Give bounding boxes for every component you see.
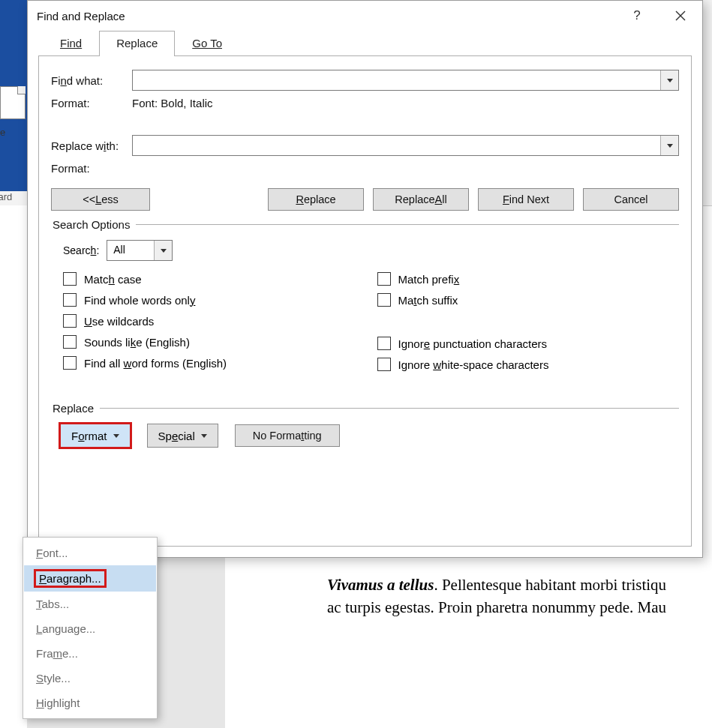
paste-label-fragment: e [0,127,5,138]
checkbox-icon [63,335,77,349]
replace-legend: Replace [51,402,100,415]
replace-format-label: Format: [51,162,132,175]
tab-replace[interactable]: Replace [99,31,175,56]
menu-item-highlight[interactable]: Highlight [24,691,156,715]
search-direction-label: Search: [63,244,99,256]
dialog-titlebar: Find and Replace ? [28,1,702,31]
checkbox-columns: Match case Find whole words only Use wil… [51,268,679,375]
check-match-case[interactable]: Match case [63,268,365,289]
replace-bottom-group: Replace Format Special No Formatting [51,402,679,448]
format-dropdown-menu: Font... Paragraph... Tabs... Language...… [23,537,158,719]
checkbox-icon [63,314,77,328]
check-label: Find whole words only [84,294,195,307]
find-format-label: Format: [51,97,132,109]
find-what-dropdown[interactable] [660,70,678,90]
doc-text-line1: . Pellentesque habitant morbi tristiqu [434,576,666,594]
replace-with-dropdown[interactable] [660,136,678,155]
tab-find-label: Find [60,37,82,49]
special-menu-label: Special [158,430,195,442]
checkbox-icon [63,272,77,286]
check-ignore-punct[interactable]: Ignore punctuation characters [377,333,680,354]
checkbox-icon [377,337,391,350]
doc-text-line2: ac turpis egestas. Proin pharetra nonumm… [327,598,666,616]
find-what-input[interactable] [133,70,660,90]
find-format-row: Format: Font: Bold, Italic [51,97,679,109]
chevron-down-icon [201,434,207,438]
check-wildcards[interactable]: Use wildcards [63,310,365,331]
check-label: Find all word forms (English) [84,357,227,370]
check-match-suffix[interactable]: Match suffix [377,289,680,310]
find-what-row: Find what: [51,70,679,91]
find-what-label: Find what: [51,74,132,87]
no-formatting-button[interactable]: No Formatting [235,424,340,447]
find-replace-dialog: Find and Replace ? Find Replace Go To Fi… [27,0,703,558]
paste-icon [0,86,26,119]
find-what-combo[interactable] [132,70,679,91]
find-next-button[interactable]: Find Next [478,188,574,211]
check-label: Match case [84,273,142,286]
check-ignore-whitespace[interactable]: Ignore white-space characters [377,354,680,375]
replace-with-combo[interactable] [132,135,679,156]
menu-item-style[interactable]: Style... [24,666,156,691]
chevron-down-icon [667,79,673,82]
replace-format-row: Format: [51,162,679,175]
chevron-down-icon [161,249,167,253]
dialog-tabs: Find Replace Go To [28,31,702,56]
format-menu-label: Format [71,430,107,442]
clipboard-group-label: board [0,191,12,202]
checkbox-icon [63,356,77,370]
menu-item-tabs[interactable]: Tabs... [24,592,156,616]
check-label: Use wildcards [84,315,154,328]
main-button-row: << Less Replace Replace All Find Next Ca… [51,188,679,211]
cancel-button[interactable]: Cancel [583,188,679,211]
dialog-panel: Find what: Format: Font: Bold, Italic Re… [38,56,692,547]
check-label: Ignore white-space characters [398,358,549,371]
search-direction-dropdown[interactable] [154,241,172,260]
menu-item-frame[interactable]: Frame... [24,641,156,666]
replace-with-row: Replace with: [51,135,679,156]
search-direction-value: All [107,241,154,260]
search-direction-combo[interactable]: All [107,240,173,261]
checkbox-icon [63,293,77,307]
search-options-group: Search Options Search: All Match case Fi… [51,218,679,375]
chevron-down-icon [113,434,119,438]
close-icon [675,10,686,21]
replace-all-button[interactable]: Replace All [373,188,469,211]
tab-find[interactable]: Find [43,31,99,56]
tab-replace-label: Replace [116,37,158,49]
tab-goto-label: Go To [192,37,222,49]
check-match-prefix[interactable]: Match prefix [377,268,680,289]
check-label: Match prefix [398,273,460,286]
help-button[interactable]: ? [615,1,659,31]
menu-item-font[interactable]: Font... [24,541,156,565]
check-sounds-like[interactable]: Sounds like (English) [63,331,365,352]
menu-item-language[interactable]: Language... [24,616,156,641]
tab-goto[interactable]: Go To [175,31,239,56]
check-word-forms[interactable]: Find all word forms (English) [63,352,365,373]
menu-item-paragraph[interactable]: Paragraph... [24,565,156,592]
check-label: Sounds like (English) [84,336,190,349]
special-menu-button[interactable]: Special [147,424,218,448]
replace-button[interactable]: Replace [268,188,364,211]
format-menu-button[interactable]: Format [60,424,131,448]
less-button[interactable]: << Less [51,188,150,211]
checkbox-icon [377,293,391,307]
check-whole-words[interactable]: Find whole words only [63,289,365,310]
find-format-value: Font: Bold, Italic [132,97,213,109]
search-options-legend: Search Options [51,218,136,231]
checkbox-icon [377,272,391,286]
close-button[interactable] [659,1,702,31]
replace-with-label: Replace with: [51,139,132,152]
checkbox-col-right: Match prefix Match suffix Ignore punctua… [365,268,680,375]
doc-bold-text: Vivamus a tellus [327,576,434,594]
dialog-title: Find and Replace [37,10,615,22]
checkbox-icon [377,358,391,371]
replace-with-input[interactable] [133,136,660,155]
check-label: Ignore punctuation characters [398,337,547,350]
check-label: Match suffix [398,294,458,307]
chevron-down-icon [667,144,673,148]
checkbox-col-left: Match case Find whole words only Use wil… [51,268,365,375]
search-direction-row: Search: All [51,238,679,268]
bottom-button-row: Format Special No Formatting [51,424,679,448]
